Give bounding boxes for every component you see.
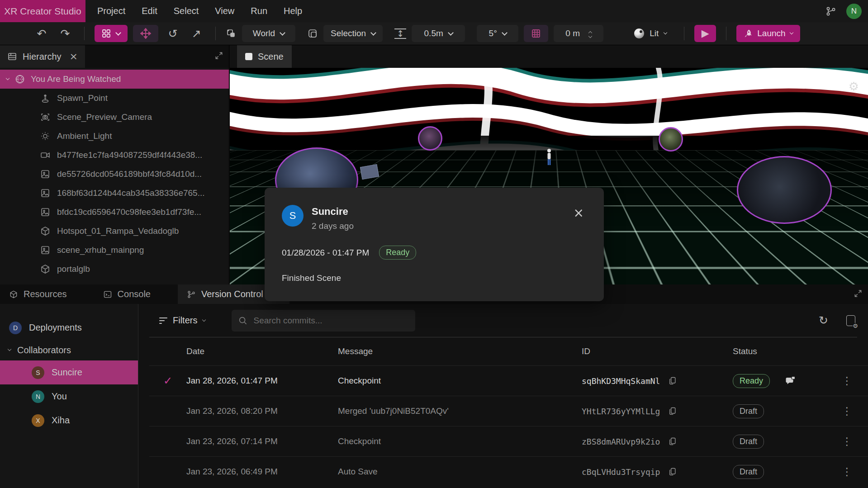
copy-icon[interactable] <box>668 467 677 477</box>
commit-message: Merged 'uub7j0NiB52T0AQv' <box>338 406 582 416</box>
hierarchy-panel: Hierarchy × You Are Being Watched Spawn_… <box>0 45 229 284</box>
column-message: Message <box>338 346 582 356</box>
commit-id: YHtLR736yYYMlLLg <box>582 407 660 416</box>
chevron-down-icon[interactable] <box>6 76 9 80</box>
hierarchy-item-preview-camera[interactable]: Scene_Preview_Camera <box>0 108 229 127</box>
hierarchy-item-video[interactable]: b477fee1c7fa494087259df4f443e38... <box>0 146 229 165</box>
commit-message: Checkpoint <box>338 376 582 386</box>
commit-date: Jan 28, 2026, 01:47 PM <box>186 376 338 386</box>
bottom-panel: Resources Console Version Control × D <box>0 284 868 488</box>
filters-dropdown[interactable]: Filters <box>159 315 205 326</box>
menu-project[interactable]: Project <box>89 0 133 22</box>
comment-icon[interactable] <box>785 375 826 386</box>
snap-height-icon[interactable]: ↕ <box>394 28 406 39</box>
hierarchy-item-label: Spawn_Point <box>57 93 108 103</box>
rocket-icon <box>744 29 753 38</box>
app-logo[interactable]: XR Creator Studio <box>0 0 85 22</box>
commit-row[interactable]: Jan 23, 2026, 07:14 PM Checkpoint zBS8dm… <box>149 426 868 456</box>
hierarchy-item-image-2[interactable]: 168bf63d124b44cab345a38336e765... <box>0 184 229 203</box>
hierarchy-item-root[interactable]: You Are Being Watched <box>0 70 229 89</box>
commit-date: Jan 23, 2026, 08:20 PM <box>186 406 338 416</box>
grid-height-stepper[interactable]: 0 m <box>554 25 603 42</box>
redo-button[interactable]: ↷ <box>56 28 74 39</box>
move-tool-button[interactable] <box>133 25 158 42</box>
rotate-tool-button[interactable]: ↺ <box>164 28 182 39</box>
collaborator-you[interactable]: N You <box>0 384 138 408</box>
tab-scene[interactable]: Scene <box>237 45 292 68</box>
scene-settings-gear-icon[interactable]: ⚙ <box>849 81 859 92</box>
close-icon[interactable]: × <box>70 52 78 62</box>
status-badge: Draft <box>733 435 764 449</box>
selection-dropdown[interactable]: Selection <box>323 25 383 42</box>
move-step-dropdown[interactable]: 0.5m <box>412 25 465 42</box>
tab-hierarchy[interactable]: Hierarchy × <box>0 45 85 68</box>
hierarchy-item-image-3[interactable]: bfdc19cd6596470c98fee3eb1df73fe... <box>0 203 229 222</box>
commit-row[interactable]: Jan 23, 2026, 06:49 PM Auto Save cBqLVHd… <box>149 456 868 487</box>
kebab-menu-icon[interactable]: ⋮ <box>826 406 868 417</box>
step-down-icon[interactable] <box>588 34 592 38</box>
expand-icon[interactable] <box>214 51 223 60</box>
menu-view[interactable]: View <box>207 0 242 22</box>
expand-icon[interactable] <box>854 289 863 298</box>
menu-help[interactable]: Help <box>275 0 310 22</box>
hierarchy-item-label: portalglb <box>57 264 90 274</box>
refresh-icon[interactable]: ↻ <box>819 315 828 326</box>
image-icon <box>40 188 51 199</box>
chevron-down-icon <box>448 30 454 36</box>
menubar: XR Creator Studio Project Edit Select Vi… <box>0 0 868 22</box>
commits-table-header: Date Message ID Status <box>149 337 868 365</box>
light-icon <box>40 131 51 142</box>
play-button[interactable]: ▶ <box>694 25 716 42</box>
camera-icon <box>40 112 51 123</box>
tab-console[interactable]: Console <box>94 284 160 304</box>
collaborator-xiha[interactable]: X Xiha <box>0 408 138 432</box>
commit-row[interactable]: ✓ Jan 28, 2026, 01:47 PM Checkpoint sqBh… <box>149 365 868 396</box>
user-avatar[interactable]: N <box>846 4 862 19</box>
copy-icon[interactable] <box>668 376 677 386</box>
menu-list: Project Edit Select View Run Help <box>85 0 310 22</box>
world-space-label: World <box>253 28 275 38</box>
hierarchy-item-label: Scene_Preview_Camera <box>57 112 152 122</box>
launch-button[interactable]: Launch <box>736 25 800 42</box>
kebab-menu-icon[interactable]: ⋮ <box>826 436 868 447</box>
commit-row[interactable]: Jan 23, 2026, 08:20 PM Merged 'uub7j0NiB… <box>149 396 868 426</box>
collaborator-suncire[interactable]: S Suncire <box>0 360 138 384</box>
commit-message-text: Finished Scene <box>282 273 587 283</box>
status-badge: Ready <box>379 246 416 260</box>
scene-icon <box>245 53 252 60</box>
copy-icon[interactable] <box>668 406 677 416</box>
hierarchy-item-portal[interactable]: portalglb <box>0 260 229 279</box>
grid-snap-button[interactable] <box>524 25 548 42</box>
menu-run[interactable]: Run <box>242 0 275 22</box>
view-mode-button[interactable] <box>95 25 128 42</box>
kebab-menu-icon[interactable]: ⋮ <box>826 467 868 477</box>
hierarchy-item-image-1[interactable]: de55726dcd0546189bbf43fc84d10d... <box>0 165 229 184</box>
copy-icon[interactable] <box>668 436 677 446</box>
column-status: Status <box>708 346 785 356</box>
world-space-dropdown[interactable]: World <box>242 25 295 42</box>
close-icon[interactable]: × <box>571 205 587 221</box>
collaborators-header[interactable]: Collaborators <box>0 340 138 360</box>
undo-button[interactable]: ↶ <box>33 28 51 39</box>
branch-icon[interactable] <box>825 6 836 17</box>
commit-id: sqBhKD3MHqSkamNl <box>582 376 660 386</box>
hierarchy-item-ambient-light[interactable]: Ambient_Light <box>0 127 229 146</box>
sidebar-item-deployments[interactable]: D Deployments <box>0 316 138 340</box>
commit-settings-icon[interactable]: ⚙ <box>846 315 855 326</box>
scale-tool-button[interactable]: ↗ <box>187 28 205 39</box>
play-icon: ▶ <box>702 28 709 38</box>
rotate-step-dropdown[interactable]: 5° <box>477 25 518 42</box>
hierarchy-item-label: Hotspot_01_Rampa_Vedadoglb <box>57 226 179 236</box>
grid-layout-icon <box>102 29 111 38</box>
search-commits-input[interactable] <box>232 310 415 332</box>
menu-edit[interactable]: Edit <box>133 0 165 22</box>
menu-select[interactable]: Select <box>166 0 207 22</box>
kebab-menu-icon[interactable]: ⋮ <box>826 376 868 386</box>
hierarchy-item-spawn-point[interactable]: Spawn_Point <box>0 89 229 108</box>
person-icon <box>40 93 51 104</box>
commit-message: Checkpoint <box>338 436 582 446</box>
hierarchy-item-hotspot[interactable]: Hotspot_01_Rampa_Vedadoglb <box>0 222 229 241</box>
tab-resources[interactable]: Resources <box>0 284 76 304</box>
lighting-dropdown[interactable]: Lit <box>627 25 674 42</box>
hierarchy-item-scene-image[interactable]: scene_xrhub_mainpng <box>0 241 229 260</box>
